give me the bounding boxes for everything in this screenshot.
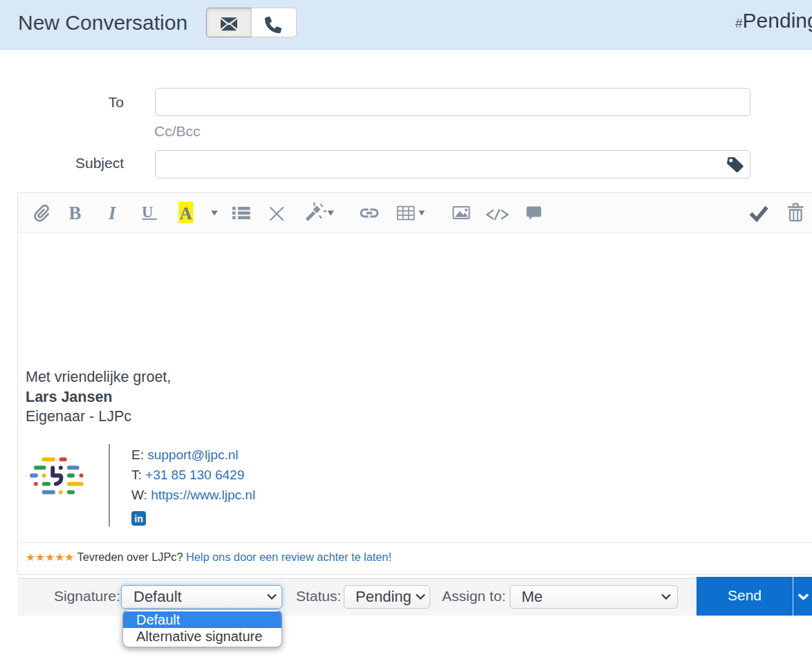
svg-text:B: B (69, 203, 82, 223)
svg-text:A: A (179, 204, 192, 223)
svg-text:I: I (108, 203, 117, 223)
svg-text:U: U (142, 203, 153, 221)
